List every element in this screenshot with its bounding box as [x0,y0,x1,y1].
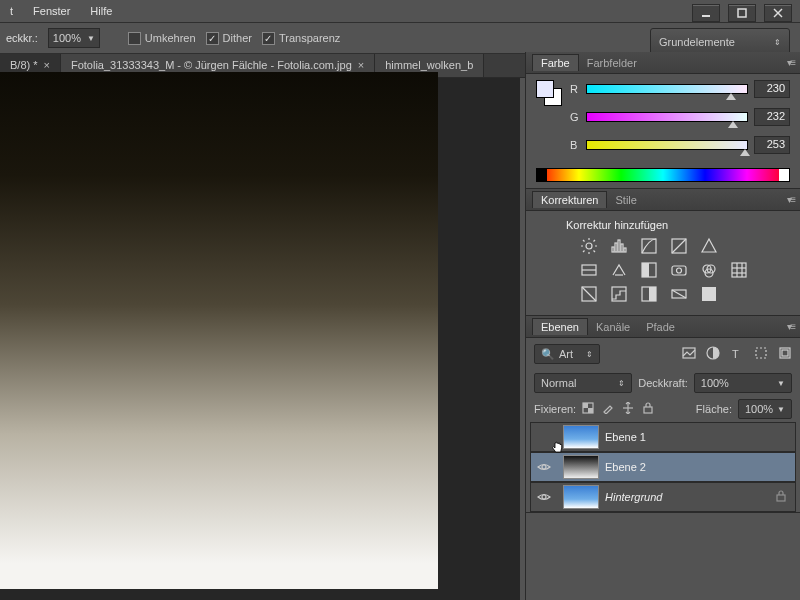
g-value[interactable]: 232 [754,108,790,126]
blend-value: Normal [541,377,576,389]
posterize-icon[interactable] [610,285,628,303]
svg-rect-15 [618,240,620,252]
svg-point-57 [542,495,546,499]
r-slider[interactable] [586,84,748,94]
b-value[interactable]: 253 [754,136,790,154]
minimize-button[interactable] [692,4,720,22]
filter-image-icon[interactable] [682,346,696,362]
adjustments-heading: Korrektur hinzufügen [566,219,790,231]
svg-rect-18 [642,239,656,253]
svg-rect-26 [642,263,649,277]
dither-checkbox[interactable]: Dither [206,32,252,45]
layer-name[interactable]: Hintergrund [605,491,662,503]
b-slider[interactable] [586,140,748,150]
layer-row[interactable]: Ebene 2 [530,452,796,482]
tab-kanaele[interactable]: Kanäle [588,319,638,335]
tab-ebenen[interactable]: Ebenen [532,318,588,335]
channel-mixer-icon[interactable] [700,261,718,279]
lock-all-icon[interactable] [642,402,654,416]
opacity-value: 100% [53,32,81,44]
r-value[interactable]: 230 [754,80,790,98]
layer-row[interactable]: Hintergrund [530,482,796,512]
menu-item-fenster[interactable]: Fenster [23,2,80,20]
layer-fill-combo[interactable]: 100%▼ [738,399,792,419]
svg-rect-44 [683,348,695,358]
invert-icon[interactable] [580,285,598,303]
right-panel-dock: Farbe Farbfelder ▾≡ R 230 G 232 [525,52,800,600]
panel-menu-icon[interactable]: ▾≡ [787,57,794,68]
brightness-icon[interactable] [580,237,598,255]
color-lookup-icon[interactable] [730,261,748,279]
g-slider[interactable] [586,112,748,122]
chevron-down-icon: ▼ [777,405,785,414]
svg-point-56 [542,465,546,469]
filter-text-icon[interactable]: T [730,346,744,362]
blend-mode-combo[interactable]: Normal⇕ [534,373,632,393]
filter-value: Art [559,348,573,360]
tab-farbe[interactable]: Farbe [532,54,579,71]
threshold-icon[interactable] [640,285,658,303]
g-label: G [570,111,580,123]
svg-rect-32 [732,263,746,277]
panel-menu-icon[interactable]: ▾≡ [787,194,794,205]
layer-name[interactable]: Ebene 2 [605,461,646,473]
maximize-button[interactable] [728,4,756,22]
layer-filter-kind[interactable]: 🔍Art⇕ [534,344,600,364]
b-slider-row: B 253 [570,136,790,154]
layer-opacity-combo[interactable]: 100%▼ [694,373,792,393]
filter-shape-icon[interactable] [754,346,768,362]
tab-farbfelder[interactable]: Farbfelder [579,55,645,71]
tab-stile[interactable]: Stile [607,192,644,208]
panel-menu-icon[interactable]: ▾≡ [787,321,794,332]
svg-rect-58 [777,495,785,501]
fg-color-icon[interactable] [536,80,554,98]
tab-korrekturen[interactable]: Korrekturen [532,191,607,208]
selective-color-icon[interactable] [700,285,718,303]
eye-icon [537,492,551,502]
color-balance-icon[interactable] [610,261,628,279]
visibility-toggle[interactable] [531,492,557,502]
search-icon: 🔍 [541,348,555,361]
photo-filter-icon[interactable] [670,261,688,279]
document-canvas[interactable] [0,72,438,589]
bw-icon[interactable] [640,261,658,279]
lock-transparency-icon[interactable] [582,402,594,416]
vibrance-icon[interactable] [700,237,718,255]
layer-thumbnail[interactable] [563,425,599,449]
menu-item[interactable]: t [0,2,23,20]
filter-smart-icon[interactable] [778,346,792,362]
visibility-toggle[interactable] [531,462,557,472]
layer-thumbnail[interactable] [563,485,599,509]
close-icon[interactable]: × [358,59,364,71]
svg-rect-43 [702,287,716,301]
transparency-checkbox[interactable]: Transparenz [262,32,340,45]
lock-pixels-icon[interactable] [602,402,614,416]
invert-checkbox[interactable]: Umkehren [128,32,196,45]
opacity-combo[interactable]: 100%▼ [48,28,100,48]
tab-pfade[interactable]: Pfade [638,319,683,335]
canvas-area[interactable] [0,78,520,600]
menu-item-hilfe[interactable]: Hilfe [80,2,122,20]
exposure-icon[interactable] [670,237,688,255]
layer-list: Ebene 1 Ebene 2 Hintergrund [526,422,800,512]
svg-rect-40 [649,287,656,301]
chevron-updown-icon: ⇕ [618,379,625,388]
checkbox-checked-icon [262,32,275,45]
levels-icon[interactable] [610,237,628,255]
svg-rect-49 [782,350,788,356]
filter-adjust-icon[interactable] [706,346,720,362]
layer-row[interactable]: Ebene 1 [530,422,796,452]
curves-icon[interactable] [640,237,658,255]
layer-name[interactable]: Ebene 1 [605,431,646,443]
fg-bg-swatch[interactable] [536,80,562,106]
close-button[interactable] [764,4,792,22]
eye-icon [537,462,551,472]
svg-rect-14 [615,243,617,252]
hue-sat-icon[interactable] [580,261,598,279]
spectrum-ramp[interactable] [536,168,790,182]
layer-thumbnail[interactable] [563,455,599,479]
close-icon[interactable]: × [44,59,50,71]
lock-position-icon[interactable] [622,402,634,416]
gradient-map-icon[interactable] [670,285,688,303]
color-panel: Farbe Farbfelder ▾≡ R 230 G 232 [526,52,800,189]
